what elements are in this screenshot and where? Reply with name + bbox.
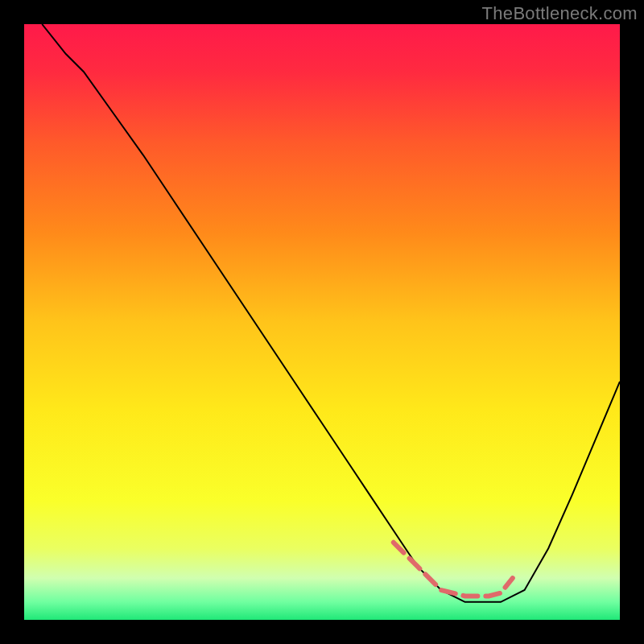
- chart-container: { "watermark": "TheBottleneck.com", "gra…: [0, 0, 644, 644]
- main-curve: [42, 24, 620, 602]
- trough-highlight: [394, 543, 513, 597]
- plot-area: [24, 24, 620, 620]
- watermark-text: TheBottleneck.com: [482, 3, 638, 24]
- curve-layer: [24, 24, 620, 620]
